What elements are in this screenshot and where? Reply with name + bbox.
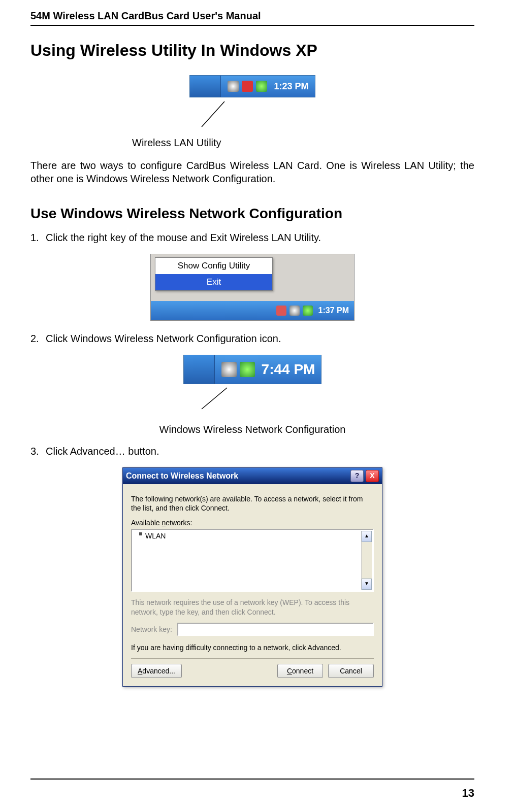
svg-line-0	[202, 101, 224, 127]
available-networks-label: Available networks:	[131, 519, 374, 527]
network-icon	[228, 81, 239, 92]
network-key-label: Network key:	[131, 625, 172, 633]
callout-line-1	[176, 99, 329, 129]
context-menu-screenshot: Show Config Utility Exit 1:37 PM	[150, 254, 355, 321]
systray-screenshot-1: 1:23 PM	[189, 75, 315, 97]
antenna-icon	[136, 532, 142, 538]
network-key-input[interactable]	[177, 623, 374, 636]
svg-line-1	[202, 388, 227, 409]
running-header: 54M Wireless LAN CardBus Card User's Man…	[30, 10, 474, 22]
step-2: 2. Click Windows Wireless Network Config…	[30, 333, 474, 345]
scroll-down-button[interactable]: ▼	[362, 579, 372, 590]
tray-wlan-icon	[276, 306, 286, 316]
close-button[interactable]: X	[366, 470, 379, 482]
list-scrollbar[interactable]: ▲ ▼	[361, 531, 372, 590]
connect-dialog: Connect to Wireless Network ? X The foll…	[122, 467, 382, 687]
messenger-icon-2	[240, 362, 255, 377]
systray-screenshot-2: 7:44 PM	[183, 355, 322, 384]
dialog-separator	[131, 658, 374, 659]
advanced-advice: If you are having difficulty connecting …	[131, 643, 374, 652]
help-button[interactable]: ?	[350, 470, 364, 482]
page-number: 13	[462, 787, 474, 800]
dialog-intro-text: The following network(s) are available. …	[131, 494, 374, 513]
step-1: 1. Click the right key of the mouse and …	[30, 232, 474, 244]
header-rule	[30, 25, 474, 26]
wep-note: This network requires the use of a netwo…	[131, 598, 374, 616]
cancel-button[interactable]: Cancel	[328, 664, 374, 678]
dialog-title: Connect to Wireless Network	[126, 471, 238, 481]
connect-button[interactable]: Connect	[277, 664, 323, 678]
tray-net-icon	[289, 306, 300, 316]
tray-time: 1:37 PM	[318, 306, 349, 315]
heading-using-wireless-utility: Using Wireless Utility In Windows XP	[30, 41, 474, 60]
heading-use-windows-config: Use Windows Wireless Network Configurati…	[30, 206, 474, 222]
clock-time-2: 7:44 PM	[262, 361, 315, 378]
scroll-up-button[interactable]: ▲	[362, 531, 372, 542]
caption-wlan-utility: Wireless LAN Utility	[132, 137, 474, 149]
messenger-icon	[256, 81, 267, 92]
menu-item-show-config[interactable]: Show Config Utility	[155, 258, 272, 274]
callout-line-2	[166, 386, 339, 416]
tray-msn-icon	[303, 306, 313, 316]
menu-item-exit[interactable]: Exit	[155, 274, 272, 290]
step-3: 3. Click Advanced… button.	[30, 446, 474, 457]
network-item-wlan[interactable]: WLAN	[132, 530, 373, 542]
clock-time: 1:23 PM	[274, 81, 308, 92]
advanced-button[interactable]: Advanced...	[131, 664, 182, 678]
available-networks-list[interactable]: WLAN ▲ ▼	[131, 529, 374, 592]
wlan-utility-icon	[242, 81, 253, 92]
caption-windows-wireless: Windows Wireless Network Configuration	[30, 424, 474, 435]
windows-wireless-icon	[221, 362, 237, 377]
intro-paragraph: There are two ways to configure CardBus …	[30, 159, 474, 185]
footer-rule	[30, 779, 474, 780]
